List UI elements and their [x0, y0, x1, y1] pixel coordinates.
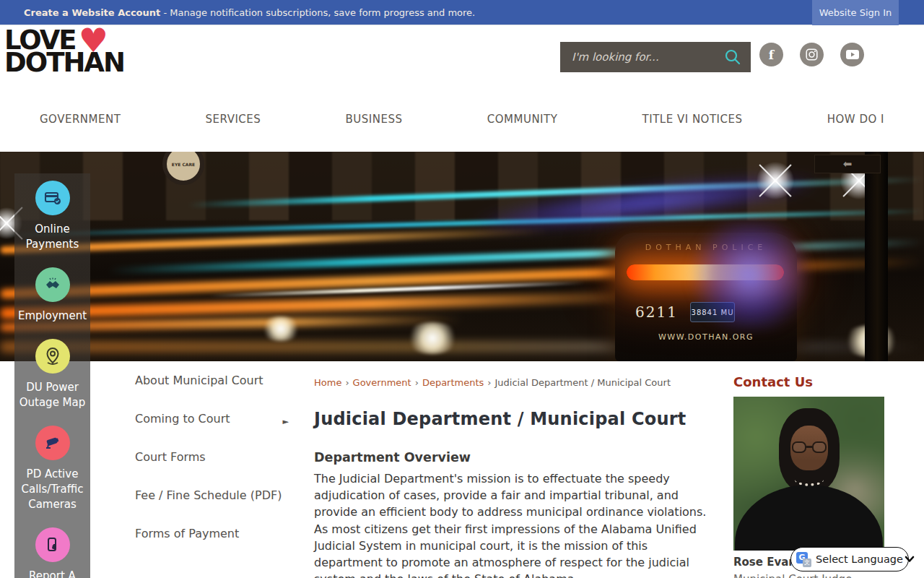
breadcrumb-home[interactable]: Home — [314, 377, 341, 388]
police-car-url: WWW.DOTHAN.ORG — [615, 332, 797, 342]
quicklink-online-payments[interactable]: Online Payments — [15, 181, 90, 252]
submenu-arrow-icon: ► — [283, 414, 289, 430]
create-account-link[interactable]: Create a Website Account — [24, 7, 160, 18]
menu-item-fee-fine-schedule[interactable]: Fee / Fine Schedule (PDF) — [135, 488, 289, 504]
create-account-desc: - Manage notification subscriptions, sav… — [160, 7, 475, 18]
main-content: Home›Government›Departments›Judicial Dep… — [314, 377, 712, 578]
menu-item-about-municipal-court[interactable]: About Municipal Court — [135, 373, 289, 389]
judge-photo — [733, 397, 884, 551]
camera-icon — [43, 434, 62, 452]
chevron-down-icon — [905, 556, 915, 563]
nav-item-how-do-i[interactable]: HOW DO I — [827, 113, 884, 126]
police-car-unit-number: 6211 — [635, 303, 678, 321]
photo-glasses — [791, 441, 827, 454]
quicklink-report-a[interactable]: Report A — [15, 527, 90, 578]
credit-card-icon — [43, 189, 62, 207]
page: Create a Website Account - Manage notifi… — [0, 0, 924, 578]
department-overview-text: The Judicial Department's mission is to … — [314, 470, 712, 578]
department-overview-heading: Department Overview — [314, 450, 712, 465]
street-pole — [865, 152, 888, 361]
select-language-label: Select Language — [816, 553, 903, 565]
photo-pearl-necklace — [795, 473, 824, 486]
menu-item-court-forms[interactable]: Court Forms — [135, 449, 289, 465]
instagram-icon — [806, 48, 818, 61]
quicklink-du-power-outage-map[interactable]: DU Power Outage Map — [15, 339, 90, 410]
page-title: Judicial Department / Municipal Court — [314, 409, 712, 429]
section-menu: About Municipal Court Coming to Court► C… — [135, 373, 294, 564]
create-account-text: Create a Website Account - Manage notifi… — [24, 7, 475, 18]
main-nav: GOVERNMENT SERVICES BUSINESS COMMUNITY T… — [0, 92, 924, 146]
hero-image: EYE CARE DOTHAN POLICE 6211 38841 MU WWW… — [0, 152, 924, 361]
breadcrumb-government[interactable]: Government — [353, 377, 411, 388]
search-icon[interactable] — [723, 48, 742, 66]
headlight-glow — [260, 316, 302, 341]
breadcrumb: Home›Government›Departments›Judicial Dep… — [314, 377, 712, 388]
one-way-sign: ⬅ — [814, 155, 881, 173]
nav-item-business[interactable]: BUSINESS — [346, 113, 403, 126]
nav-item-services[interactable]: SERVICES — [206, 113, 261, 126]
contact-role: Municipal Court Judge — [733, 573, 885, 578]
site-logo[interactable]: LOVE ♥ DOTHAN — [4, 29, 124, 74]
nav-item-government[interactable]: GOVERNMENT — [40, 113, 121, 126]
nav-item-community[interactable]: COMMUNITY — [487, 113, 558, 126]
search-input[interactable] — [572, 51, 723, 64]
website-sign-in-button[interactable]: Website Sign In — [812, 0, 899, 25]
quicklink-pd-active-calls-traffic-cameras[interactable]: PD Active Calls/Traffic Cameras — [15, 426, 90, 512]
facebook-button[interactable]: f — [759, 43, 783, 66]
quicklink-employment[interactable]: Employment — [15, 267, 90, 324]
map-pin-icon — [43, 346, 63, 366]
nav-item-title-vi-notices[interactable]: TITLE VI NOTICES — [642, 113, 743, 126]
menu-item-forms-of-payment[interactable]: Forms of Payment — [135, 526, 289, 542]
breadcrumb-departments[interactable]: Departments — [422, 377, 484, 388]
logo-text-dothan: DOTHAN — [4, 51, 124, 74]
contact-us-heading: Contact Us — [733, 374, 885, 389]
youtube-icon — [846, 50, 859, 59]
handshake-icon — [43, 275, 62, 294]
select-language-dropdown[interactable]: G 文 Select Language — [790, 547, 909, 571]
menu-item-coming-to-court[interactable]: Coming to Court► — [135, 411, 289, 427]
top-utility-bar: Create a Website Account - Manage notifi… — [0, 0, 924, 25]
google-translate-icon: G 文 — [796, 552, 811, 567]
police-car: DOTHAN POLICE 6211 38841 MU WWW.DOTHAN.O… — [615, 233, 797, 361]
streetlight-starburst — [752, 158, 798, 204]
search-box — [560, 42, 751, 72]
instagram-button[interactable] — [800, 43, 824, 66]
quicklinks-sidebar: Online Payments Employment DU Power Outa… — [14, 173, 90, 578]
mobile-report-icon — [43, 535, 62, 554]
headlight-glow — [404, 322, 461, 354]
facebook-icon: f — [769, 48, 774, 62]
police-light-flare — [681, 221, 819, 329]
breadcrumb-current: Judicial Department / Municipal Court — [495, 377, 671, 388]
youtube-button[interactable] — [840, 43, 864, 66]
site-header: LOVE ♥ DOTHAN f — [0, 26, 924, 92]
